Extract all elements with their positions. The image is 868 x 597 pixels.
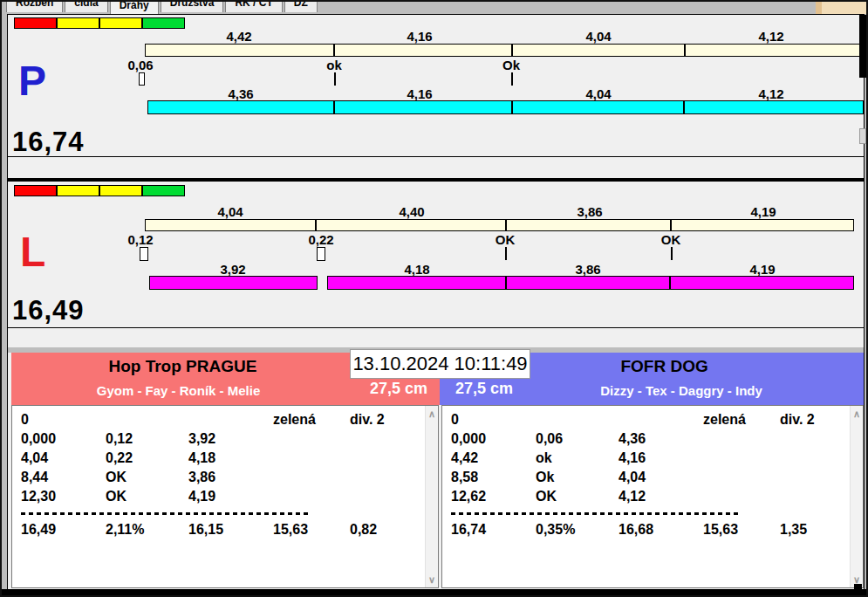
lane-l-bottom-split-3: 3,86	[575, 262, 600, 277]
table-row: 0,000 0,06 4,36	[451, 429, 835, 448]
section-separator	[8, 178, 864, 182]
red-light-icon	[14, 17, 57, 29]
lane-l-top-split-4: 4,19	[750, 204, 776, 219]
cell-color: zelená	[273, 410, 350, 429]
lane-p-marker-label-2: ok	[326, 58, 342, 72]
lane-l-status-lights	[14, 185, 185, 196]
lane-l-top-split-2: 4,40	[399, 204, 424, 219]
lane-p-marker-box-icon	[139, 72, 145, 86]
datetime-display: 13.10.2024 10:11:49	[350, 349, 530, 379]
lane-p-bottom-split-1: 4,36	[228, 86, 253, 101]
lane-l-marker-box-icon	[317, 247, 325, 261]
lane-p-bottom-split-2: 4,16	[407, 86, 432, 101]
tabbar-right-filler	[816, 2, 866, 14]
tab-druzstva[interactable]: Družstva	[161, 2, 224, 12]
team-right-results-table[interactable]: 0 zelená div. 2 0,000 0,06 4,36 4,42 ok …	[441, 405, 864, 588]
totals-row: 16,74 0,35% 16,68 15,63 1,35	[451, 520, 835, 539]
table-row: 0 zelená div. 2	[21, 410, 405, 429]
lane-l-marker-tick-icon	[505, 247, 507, 260]
divider-line	[8, 327, 864, 328]
yellow-light-icon	[57, 185, 99, 196]
table-row: 4,04 0,22 4,18	[21, 449, 405, 467]
cell-division: div. 2	[780, 410, 835, 429]
table-row: 8,58 Ok 4,04	[451, 468, 835, 486]
lane-p-bottom-split-4: 4,12	[758, 86, 783, 101]
lane-l-bottom-split-2: 4,18	[404, 262, 429, 277]
green-light-icon	[142, 17, 185, 29]
lane-p-marker-label-1: 0,06	[127, 58, 153, 72]
table-row: 12,30 OK 4,19	[21, 487, 405, 505]
resize-grip-icon	[854, 584, 862, 592]
table-row: 0,000 0,12 3,92	[21, 429, 405, 448]
lane-l-marker-tick-icon	[671, 247, 673, 260]
table-row: 4,42 ok 4,16	[451, 449, 835, 467]
lane-l-marker-box-icon	[140, 247, 148, 261]
tab-rk-ct[interactable]: RK / ČT	[225, 2, 282, 12]
lane-l-letter: L	[20, 231, 45, 273]
totals-separator	[21, 512, 309, 515]
scrollbar[interactable]: ∧ ∨	[425, 406, 438, 587]
lane-p-total-time: 16,74	[12, 127, 85, 158]
lane-l-total-time: 16,49	[12, 295, 85, 326]
cell-division: div. 2	[350, 410, 405, 429]
lane-l-bottom-split-1: 3,92	[220, 262, 245, 277]
tab-drahy[interactable]: Dráhy	[110, 2, 159, 14]
lane-p-top-split-2: 4,16	[407, 29, 432, 44]
lane-l-time-bar	[327, 276, 854, 290]
right-edge-strip	[859, 15, 866, 78]
lane-l-time-bar-seg1	[149, 276, 318, 290]
lane-p-top-split-4: 4,12	[758, 29, 783, 44]
table-row: 12,62 OK 4,12	[451, 487, 835, 505]
lane-l-top-split-1: 4,04	[217, 204, 243, 219]
app-window: Rozběh čidla Dráhy Družstva RK / ČT DZ 4…	[0, 0, 868, 597]
main-panel: 4,42 4,16 4,04 4,12 0,06 ok Ok 4,36 4,16…	[7, 14, 865, 592]
lane-p-marker-label-3: Ok	[502, 58, 520, 72]
team-left-height: 27,5 cm	[370, 380, 427, 398]
lane-p-marker-tick-icon	[511, 72, 513, 86]
yellow-light-icon	[99, 185, 142, 196]
scroll-up-icon[interactable]: ∧	[426, 408, 438, 420]
scroll-up-icon[interactable]: ∧	[851, 408, 863, 420]
lane-p-marker-tick-icon	[334, 72, 336, 86]
totals-row: 16,49 2,11% 16,15 15,63 0,82	[21, 520, 405, 539]
lane-l-top-split-3: 3,86	[577, 204, 602, 219]
lane-l-marker-label-3: OK	[496, 232, 516, 247]
scroll-down-icon[interactable]: ∨	[426, 573, 438, 586]
right-edge-notch	[859, 128, 866, 144]
lane-p-letter: P	[18, 60, 46, 102]
yellow-light-icon	[57, 17, 99, 29]
tab-bar: Rozběh čidla Dráhy Družstva RK / ČT DZ	[6, 2, 866, 14]
cell-color: zelená	[703, 410, 780, 429]
yellow-light-icon	[99, 17, 142, 29]
team-left-dogs: Gyom - Fay - Roník - Melie	[11, 383, 345, 398]
lane-p-time-bar	[147, 100, 864, 114]
lane-l-marker-label-4: OK	[661, 232, 681, 247]
window-bottom-edge	[2, 589, 866, 595]
team-left-name: Hop Trop PRAGUE	[11, 357, 354, 376]
lane-p-top-bar	[145, 44, 863, 57]
scrollbar[interactable]: ∧ ∨	[850, 406, 863, 587]
table-row: 8,44 OK 3,86	[21, 468, 405, 486]
team-left-results-table[interactable]: 0 zelená div. 2 0,000 0,12 3,92 4,04 0,2…	[11, 405, 439, 588]
lane-p-bottom-split-3: 4,04	[585, 86, 611, 101]
divider-line	[8, 156, 864, 157]
lane-p-top-split-1: 4,42	[226, 29, 251, 44]
lane-l-marker-label-1: 0,12	[127, 232, 153, 247]
table-row: 0 zelená div. 2	[451, 410, 835, 429]
lane-p-status-lights	[14, 17, 185, 29]
red-light-icon	[14, 185, 57, 196]
tab-rozbeh[interactable]: Rozběh	[6, 2, 63, 12]
team-right-height: 27,5 cm	[455, 380, 513, 398]
totals-separator	[451, 512, 739, 515]
lane-l-top-bar	[145, 219, 854, 231]
lane-l-bottom-split-4: 4,19	[749, 262, 775, 277]
tab-dz[interactable]: DZ	[284, 2, 318, 12]
lane-l-marker-label-2: 0,22	[308, 232, 333, 247]
tab-cidla[interactable]: čidla	[65, 2, 107, 12]
green-light-icon	[142, 185, 185, 196]
cell-start: 0	[451, 410, 536, 429]
cell-start: 0	[21, 410, 106, 429]
lane-p-top-split-3: 4,04	[585, 29, 611, 44]
